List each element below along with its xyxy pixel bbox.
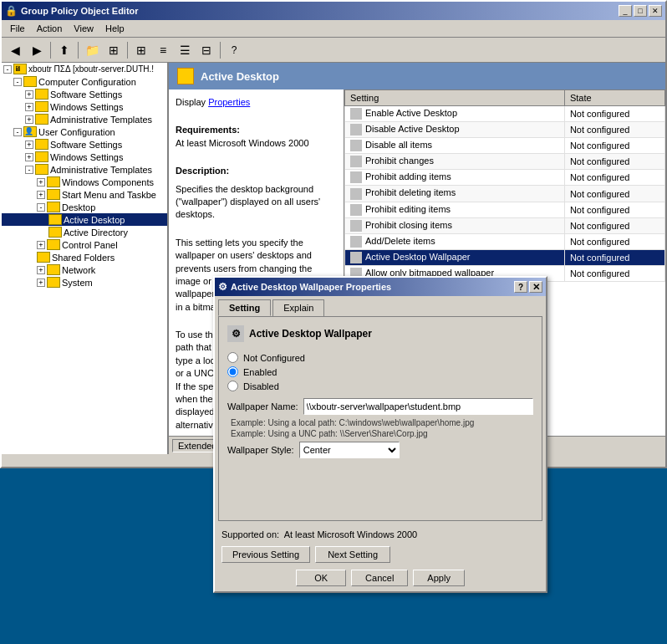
table-row[interactable]: Disable Active Desktop Not configured bbox=[345, 122, 665, 138]
uc-expander[interactable]: - bbox=[13, 128, 22, 136]
setting-name: Prohibit deleting items bbox=[345, 186, 565, 202]
row-icon bbox=[350, 171, 362, 183]
wc-expander[interactable]: + bbox=[37, 178, 45, 187]
setting-name: Enable Active Desktop bbox=[345, 106, 565, 122]
properties-btn[interactable]: ⊞ bbox=[104, 41, 124, 59]
wallpaper-name-input[interactable] bbox=[303, 398, 533, 415]
net-label: Network bbox=[62, 265, 95, 275]
tree-uc-admin[interactable]: - Administrative Templates bbox=[2, 163, 167, 176]
radio-enabled[interactable]: Enabled bbox=[227, 366, 533, 377]
tree-start-menu[interactable]: + Start Menu and Taskbe bbox=[2, 188, 167, 201]
table-row[interactable]: Active Desktop Wallpaper Not configured bbox=[345, 249, 665, 265]
tree-uc-software[interactable]: + Software Settings bbox=[2, 138, 167, 151]
desk-expander[interactable]: - bbox=[37, 203, 45, 212]
uc-admin-expander[interactable]: - bbox=[25, 166, 33, 174]
tree-cc-admin[interactable]: + Administrative Templates bbox=[2, 113, 167, 125]
cc-admin-expander[interactable]: + bbox=[25, 115, 33, 124]
table-row[interactable]: Prohibit closing items Not configured bbox=[345, 217, 665, 233]
radio-disabled[interactable]: Disabled bbox=[227, 381, 533, 391]
row-icon bbox=[350, 156, 362, 167]
sys-expander[interactable]: + bbox=[37, 279, 45, 287]
tree-network[interactable]: + Network bbox=[2, 263, 167, 276]
uc-sw-expander[interactable]: + bbox=[25, 141, 33, 149]
net-expander[interactable]: + bbox=[37, 266, 45, 274]
radio-not-configured[interactable]: Not Configured bbox=[227, 352, 533, 363]
radio-not-configured-input[interactable] bbox=[227, 352, 238, 363]
dialog-close-button[interactable]: ✕ bbox=[529, 281, 542, 293]
table-row[interactable]: Prohibit adding items Not configured bbox=[345, 170, 665, 186]
forward-button[interactable]: ▶ bbox=[27, 41, 47, 59]
dialog-bottom: Supported on: At least Microsoft Windows… bbox=[215, 524, 546, 591]
sm-expander[interactable]: + bbox=[37, 191, 45, 199]
cc-win-expander[interactable]: + bbox=[25, 103, 33, 111]
tree-uc-windows[interactable]: + Windows Settings bbox=[2, 151, 167, 163]
table-row[interactable]: Add/Delete items Not configured bbox=[345, 233, 665, 249]
wallpaper-style-select[interactable]: Center Tile Stretch bbox=[299, 442, 400, 458]
next-setting-button[interactable]: Next Setting bbox=[315, 546, 390, 563]
wallpaper-name-label: Wallpaper Name: bbox=[227, 401, 298, 411]
table-row[interactable]: Disable all items Not configured bbox=[345, 138, 665, 154]
previous-setting-button[interactable]: Previous Setting bbox=[221, 546, 310, 563]
col-setting[interactable]: Setting bbox=[345, 90, 565, 106]
tree-control-panel[interactable]: + Control Panel bbox=[2, 238, 167, 251]
example1: Example: Using a local path: C:\windows\… bbox=[227, 418, 533, 427]
apply-button[interactable]: Apply bbox=[413, 570, 465, 586]
menu-file[interactable]: File bbox=[5, 22, 30, 35]
tree-windows-components[interactable]: + Windows Components bbox=[2, 176, 167, 188]
cp-expander[interactable]: + bbox=[37, 241, 45, 249]
tree-panel[interactable]: - 🖥 xboutr ΠΣΔ [xboutr-server.DUTH.! - C… bbox=[2, 63, 169, 454]
tree-desktop[interactable]: - Desktop bbox=[2, 201, 167, 213]
root-expander[interactable]: - bbox=[3, 65, 12, 74]
dialog-action-buttons: Previous Setting Next Setting bbox=[221, 546, 539, 563]
help-btn[interactable]: ? bbox=[224, 41, 244, 59]
maximize-button[interactable]: □ bbox=[634, 5, 647, 17]
properties-link[interactable]: Properties bbox=[208, 97, 250, 107]
table-row[interactable]: Prohibit deleting items Not configured bbox=[345, 186, 665, 202]
table-row[interactable]: Prohibit changes Not configured bbox=[345, 154, 665, 170]
cc-sw-expander[interactable]: + bbox=[25, 90, 33, 99]
tree-cc-software[interactable]: + Software Settings bbox=[2, 88, 167, 100]
example2-label: Example: Using a UNC path: bbox=[231, 429, 338, 438]
tab-explain[interactable]: Explain bbox=[272, 299, 324, 316]
uc-sw-icon bbox=[35, 139, 48, 150]
large-icons-btn[interactable]: ⊞ bbox=[131, 41, 151, 59]
tree-shared-folders[interactable]: Shared Folders bbox=[2, 251, 167, 263]
small-icons-btn[interactable]: ≡ bbox=[153, 41, 173, 59]
uc-win-expander[interactable]: + bbox=[25, 153, 33, 161]
tree-active-desktop[interactable]: Active Desktop bbox=[2, 213, 167, 226]
minimize-button[interactable]: _ bbox=[619, 5, 632, 17]
tree-root[interactable]: - 🖥 xboutr ΠΣΔ [xboutr-server.DUTH.! bbox=[2, 63, 167, 75]
tab-setting[interactable]: Setting bbox=[218, 299, 271, 316]
tree-computer-config[interactable]: - Computer Configuration bbox=[2, 75, 167, 88]
table-row[interactable]: Enable Active Desktop Not configured bbox=[345, 106, 665, 122]
detail-btn[interactable]: ⊟ bbox=[196, 41, 216, 59]
folder-btn[interactable]: 📁 bbox=[82, 41, 102, 59]
radio-enabled-input[interactable] bbox=[227, 366, 238, 377]
setting-name: Prohibit adding items bbox=[345, 170, 565, 186]
ok-button[interactable]: OK bbox=[296, 570, 346, 586]
col-state[interactable]: State bbox=[564, 90, 664, 106]
list-btn[interactable]: ☰ bbox=[175, 41, 195, 59]
back-button[interactable]: ◀ bbox=[5, 41, 25, 59]
tree-system[interactable]: + System bbox=[2, 276, 167, 289]
uc-label: User Configuration bbox=[38, 127, 115, 137]
radio-disabled-input[interactable] bbox=[227, 381, 238, 391]
cancel-button[interactable]: Cancel bbox=[351, 570, 408, 586]
uc-admin-label: Administrative Templates bbox=[50, 165, 152, 175]
tree-user-config[interactable]: - 👤 User Configuration bbox=[2, 125, 167, 138]
close-button[interactable]: ✕ bbox=[649, 5, 662, 17]
menu-view[interactable]: View bbox=[69, 22, 99, 35]
menu-action[interactable]: Action bbox=[32, 22, 68, 35]
desk-label: Desktop bbox=[62, 202, 95, 212]
radio-not-configured-label: Not Configured bbox=[243, 353, 305, 363]
setting-state: Not configured bbox=[564, 217, 664, 233]
table-row[interactable]: Prohibit editing items Not configured bbox=[345, 202, 665, 217]
tree-active-directory[interactable]: Active Directory bbox=[2, 226, 167, 238]
tree-cc-windows[interactable]: + Windows Settings bbox=[2, 100, 167, 113]
menu-help[interactable]: Help bbox=[100, 22, 130, 35]
adir-label: Active Directory bbox=[64, 227, 128, 238]
dialog-content: ⚙ Active Desktop Wallpaper Not Configure… bbox=[218, 316, 542, 521]
dialog-help-button[interactable]: ? bbox=[514, 281, 527, 293]
cc-expander[interactable]: - bbox=[13, 78, 22, 86]
up-button[interactable]: ⬆ bbox=[54, 41, 74, 59]
